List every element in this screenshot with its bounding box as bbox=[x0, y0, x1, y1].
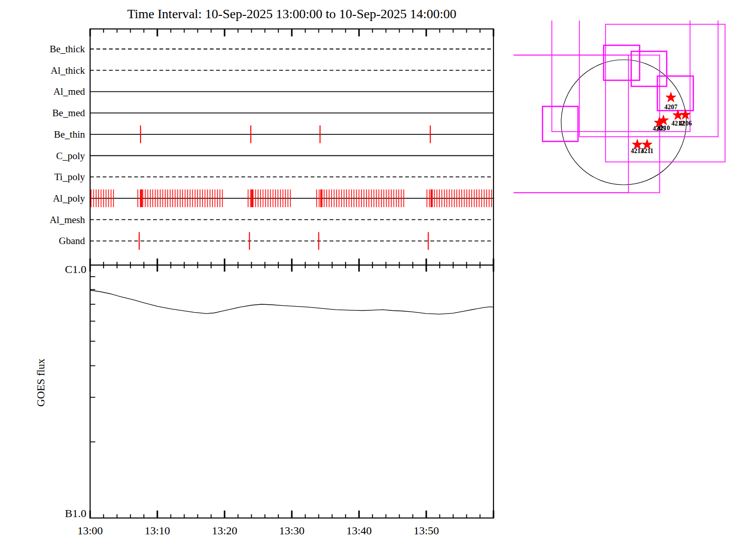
row-label-Al_poly: Al_poly bbox=[14, 192, 85, 205]
row-label-Be_thin: Be_thin bbox=[14, 128, 85, 141]
x-tick-label-13:30: 13:30 bbox=[266, 525, 317, 537]
goes-flux-curve bbox=[90, 290, 493, 314]
plot-svg bbox=[0, 0, 747, 560]
fov-box-small bbox=[543, 106, 578, 141]
row-label-Be_med: Be_med bbox=[14, 106, 85, 119]
ar-star-4212 bbox=[673, 110, 683, 120]
row-label-Be_thick: Be_thick bbox=[14, 42, 85, 56]
ar-label-4207: 4207 bbox=[655, 104, 687, 111]
ar-label-4209: 4209 bbox=[643, 125, 676, 133]
row-label-Ti_poly: Ti_poly bbox=[14, 170, 85, 183]
fov-box-large bbox=[495, 55, 660, 193]
goes-y-top-label: C1.0 bbox=[35, 263, 86, 276]
ar-label-4211: 4211 bbox=[631, 147, 663, 155]
fov-box-large bbox=[495, 55, 628, 193]
row-label-Al_mesh: Al_mesh bbox=[14, 213, 85, 226]
row-label-Gband: Gband bbox=[14, 234, 85, 247]
x-tick-label-13:10: 13:10 bbox=[132, 525, 183, 537]
row-label-C_poly: C_poly bbox=[14, 149, 85, 162]
x-tick-label-13:00: 13:00 bbox=[64, 525, 116, 537]
goes-y-bottom-label: B1.0 bbox=[35, 507, 86, 520]
plot-canvas: Time Interval: 10-Sep-2025 13:00:00 to 1… bbox=[0, 0, 747, 560]
filter-panel-border bbox=[90, 29, 493, 265]
fov-box-large bbox=[552, 0, 690, 132]
goes-ylabel: GOES flux bbox=[35, 336, 47, 429]
x-tick-label-13:20: 13:20 bbox=[199, 525, 250, 537]
x-tick-label-13:50: 13:50 bbox=[401, 525, 452, 537]
goes-panel-border bbox=[90, 265, 493, 518]
x-tick-label-13:40: 13:40 bbox=[333, 525, 385, 537]
fov-box-small bbox=[604, 45, 640, 80]
row-label-Al_med: Al_med bbox=[14, 85, 85, 98]
fov-box-large bbox=[579, 0, 718, 137]
row-label-Al_thick: Al_thick bbox=[14, 64, 85, 77]
solar-inset bbox=[495, 0, 725, 193]
ar-star-4207 bbox=[666, 92, 676, 102]
plot-title: Time Interval: 10-Sep-2025 13:00:00 to 1… bbox=[71, 7, 512, 21]
fov-box-small bbox=[631, 51, 667, 86]
